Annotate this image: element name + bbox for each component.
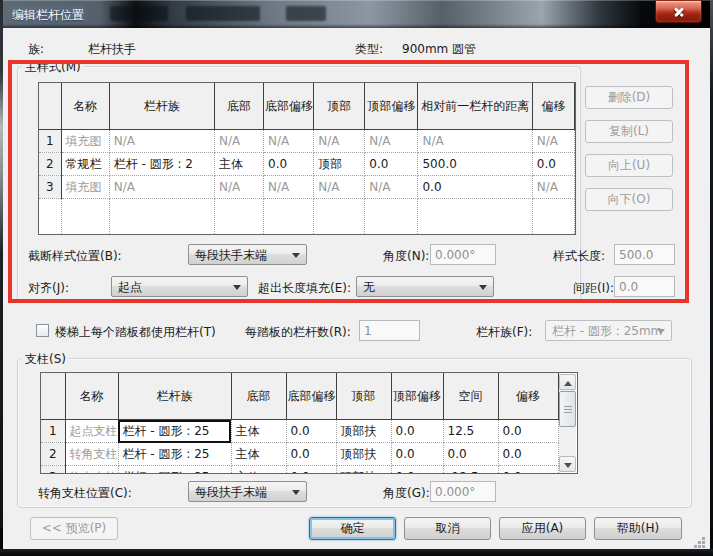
grid-cell[interactable]: N/A [214,176,263,199]
column-header: 底部 [214,83,263,130]
resize-grip[interactable] [702,537,705,540]
grid-cell[interactable]: N/A [314,176,365,199]
column-header [41,373,65,420]
grid-cell[interactable]: 0.0 [391,420,443,443]
scrollbar-grip-icon [564,406,572,407]
break-pattern-select[interactable]: 每段扶手末端 [188,244,307,265]
grid-cell[interactable]: N/A [532,176,574,199]
cancel-button[interactable]: 取消 [404,517,491,540]
grid-cell[interactable]: 栏杆 - 圆形 : 25 [118,466,231,475]
grid-cell[interactable]: 0.0 [286,443,336,466]
grid-cell[interactable]: N/A [532,130,574,153]
filler-cell [109,199,214,235]
ok-button[interactable]: 确定 [309,517,396,540]
filler-cell [532,199,574,235]
grid-cell[interactable]: N/A [264,130,314,153]
grid-cell[interactable]: 顶部扶 [336,443,391,466]
grid-cell[interactable]: 起点支柱 [65,420,118,443]
grid-cell[interactable]: 0.0 [498,466,558,475]
grid-cell[interactable]: N/A [109,130,214,153]
spacing-input [614,276,675,297]
scroll-up-button[interactable] [559,374,576,390]
use-baluster-per-tread-checkbox[interactable] [36,324,49,337]
column-header: 顶部 [314,83,365,130]
main-pattern-grid: 名称栏杆族底部底部偏移顶部顶部偏移相对前一栏杆的距离偏移1填充图N/AN/AN/… [38,82,576,235]
grid-cell[interactable]: -12.5 [443,466,498,475]
filler-cell [61,199,109,235]
row-header[interactable]: 2 [41,443,65,466]
grid-cell[interactable]: 0.0 [365,153,418,176]
window-title: 编辑栏杆位置 [12,7,84,24]
grid-cell[interactable]: 0.0 [418,176,532,199]
grid-cell[interactable]: 主体 [231,443,286,466]
justify-label: 对齐(J): [28,280,69,297]
grid-cell[interactable]: 0.0 [286,420,336,443]
grid-cell[interactable]: 0.0 [498,420,558,443]
grid-cell[interactable]: 500.0 [418,153,532,176]
grid-cell[interactable]: N/A [365,130,418,153]
column-header: 空间 [443,373,498,420]
grid-cell[interactable]: N/A [264,176,314,199]
grid-cell[interactable]: N/A [314,130,365,153]
break-pattern-label: 截断样式位置(B): [28,248,122,265]
grid-cell[interactable]: 栏杆 - 圆形 : 25 [118,443,231,466]
grid-cell[interactable]: N/A [214,130,263,153]
spacing-label: 间距(I): [573,280,614,297]
posts-grid-scrollbar[interactable] [559,374,576,472]
filler-cell [418,199,532,235]
chevron-down-icon [233,285,241,294]
grid-cell-selected[interactable]: 栏杆 - 圆形 : 25 [118,420,231,443]
grid-cell[interactable]: 填充图 [61,130,109,153]
grid-cell[interactable]: 顶部扶 [336,466,391,475]
grid-cell[interactable]: N/A [109,176,214,199]
grid-cell[interactable]: 主体 [231,420,286,443]
grid-cell[interactable]: 顶部 [314,153,365,176]
filler-cell [264,199,314,235]
grid-cell[interactable]: 0.0 [443,443,498,466]
balusters-per-tread-input [359,320,420,341]
row-header[interactable]: 3 [41,466,65,475]
close-button[interactable] [655,0,702,23]
grid-cell[interactable]: 0.0 [498,443,558,466]
row-header[interactable]: 1 [39,130,61,153]
grid-cell[interactable]: 常规栏 [61,153,109,176]
grid-cell[interactable]: 0.0 [264,153,314,176]
help-button[interactable]: 帮助(H) [594,517,682,540]
posts-group-label: 支柱(S) [22,351,69,368]
posts-grid: 名称栏杆族底部底部偏移顶部顶部偏移空间偏移1起点支柱栏杆 - 圆形 : 25主体… [40,372,578,474]
titlebar[interactable]: 编辑栏杆位置 [0,0,713,28]
scroll-down-button[interactable] [559,456,576,472]
grid-cell[interactable]: 栏杆 - 圆形 : 2 [109,153,214,176]
grid-cell[interactable]: 填充图 [61,176,109,199]
chevron-down-icon [292,490,300,499]
grid-cell[interactable]: 终点支柱 [65,466,118,475]
apply-button[interactable]: 应用(A) [499,517,586,540]
family-value: 栏杆扶手 [88,41,136,58]
move-up-button: 向上(U) [585,154,673,177]
scroll-down-icon [564,463,572,472]
grid-cell[interactable]: 0.0 [391,466,443,475]
grid-cell[interactable]: N/A [365,176,418,199]
grid-cell[interactable]: 转角支柱 [65,443,118,466]
grid-cell[interactable]: 主体 [231,466,286,475]
excess-fill-value: 无 [363,280,375,294]
grid-cell[interactable]: N/A [418,130,532,153]
type-value: 900mm 圆管 [402,41,476,58]
row-header[interactable]: 2 [39,153,61,176]
grid-cell[interactable]: 0.0 [286,466,336,475]
justify-select[interactable]: 起点 [111,276,248,297]
tread-baluster-family-label: 栏杆族(F): [476,324,532,341]
grid-cell[interactable]: 主体 [214,153,263,176]
row-header[interactable]: 3 [39,176,61,199]
edit-baluster-placement-dialog: 编辑栏杆位置 族: 栏杆扶手 类型: 900mm 圆管 主样式(M) 名称栏杆族… [0,0,713,556]
excess-fill-select[interactable]: 无 [356,276,494,297]
grid-cell[interactable]: 0.0 [532,153,574,176]
row-header[interactable]: 1 [41,420,65,443]
scrollbar-thumb[interactable] [559,391,576,427]
grid-cell[interactable]: 0.0 [391,443,443,466]
grid-cell[interactable]: 顶部扶 [336,420,391,443]
corner-posts-select[interactable]: 每段扶手末端 [188,481,307,502]
grid-cell[interactable]: 12.5 [443,420,498,443]
titlebar-background-artifact [286,6,326,21]
corner-posts-value: 每段扶手末端 [195,485,267,499]
